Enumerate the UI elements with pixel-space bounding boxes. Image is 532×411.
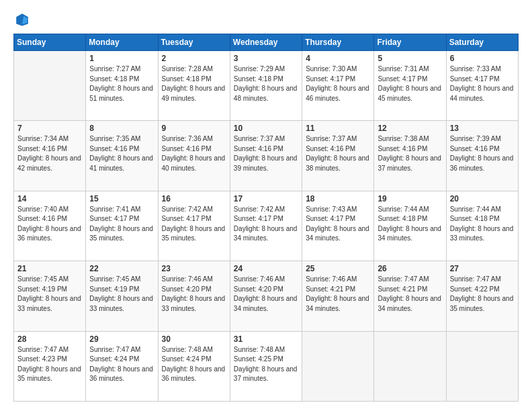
weekday-header-thursday: Thursday: [302, 34, 374, 51]
calendar-cell: 20 Sunrise: 7:44 AMSunset: 4:18 PMDaylig…: [446, 191, 518, 261]
cell-info: Sunrise: 7:36 AMSunset: 4:16 PMDaylight:…: [162, 135, 226, 172]
calendar-cell: 24 Sunrise: 7:46 AMSunset: 4:20 PMDaylig…: [230, 261, 302, 331]
day-number: 24: [234, 264, 298, 273]
cell-info: Sunrise: 7:30 AMSunset: 4:17 PMDaylight:…: [306, 65, 369, 102]
cell-info: Sunrise: 7:28 AMSunset: 4:18 PMDaylight:…: [162, 65, 226, 102]
page: SundayMondayTuesdayWednesdayThursdayFrid…: [0, 0, 532, 411]
calendar-cell: 13 Sunrise: 7:39 AMSunset: 4:16 PMDaylig…: [446, 121, 518, 191]
week-row-1: 1 Sunrise: 7:27 AMSunset: 4:18 PMDayligh…: [14, 51, 519, 121]
calendar-cell: 1 Sunrise: 7:27 AMSunset: 4:18 PMDayligh…: [86, 51, 158, 121]
day-number: 27: [450, 264, 515, 273]
calendar-cell: 18 Sunrise: 7:43 AMSunset: 4:17 PMDaylig…: [302, 191, 374, 261]
day-number: 17: [234, 194, 298, 203]
day-number: 19: [378, 194, 442, 203]
cell-info: Sunrise: 7:44 AMSunset: 4:18 PMDaylight:…: [450, 205, 514, 242]
calendar-cell: 8 Sunrise: 7:35 AMSunset: 4:16 PMDayligh…: [86, 121, 158, 191]
cell-info: Sunrise: 7:46 AMSunset: 4:21 PMDaylight:…: [306, 275, 369, 312]
calendar-cell: 27 Sunrise: 7:47 AMSunset: 4:22 PMDaylig…: [446, 261, 518, 331]
day-number: 2: [162, 54, 226, 63]
calendar-cell: 26 Sunrise: 7:47 AMSunset: 4:21 PMDaylig…: [374, 261, 446, 331]
day-number: 12: [378, 124, 442, 133]
day-number: 3: [234, 54, 298, 63]
calendar-cell: 7 Sunrise: 7:34 AMSunset: 4:16 PMDayligh…: [14, 121, 86, 191]
cell-info: Sunrise: 7:43 AMSunset: 4:17 PMDaylight:…: [306, 205, 369, 242]
cell-info: Sunrise: 7:42 AMSunset: 4:17 PMDaylight:…: [234, 205, 298, 242]
cell-info: Sunrise: 7:45 AMSunset: 4:19 PMDaylight:…: [89, 275, 153, 312]
day-number: 11: [306, 124, 370, 133]
cell-info: Sunrise: 7:47 AMSunset: 4:24 PMDaylight:…: [89, 346, 153, 383]
header: [13, 12, 519, 27]
day-number: 15: [89, 194, 154, 203]
calendar-cell: 4 Sunrise: 7:30 AMSunset: 4:17 PMDayligh…: [302, 51, 374, 121]
calendar-cell: [374, 331, 446, 401]
day-number: 23: [162, 264, 226, 273]
weekday-header-sunday: Sunday: [14, 34, 86, 51]
day-number: 10: [234, 124, 298, 133]
cell-info: Sunrise: 7:48 AMSunset: 4:25 PMDaylight:…: [234, 346, 298, 383]
day-number: 31: [234, 334, 298, 344]
cell-info: Sunrise: 7:27 AMSunset: 4:18 PMDaylight:…: [89, 65, 153, 102]
cell-info: Sunrise: 7:47 AMSunset: 4:21 PMDaylight:…: [378, 275, 441, 312]
calendar-cell: 31 Sunrise: 7:48 AMSunset: 4:25 PMDaylig…: [230, 331, 302, 401]
calendar-cell: [446, 331, 518, 401]
calendar-table: SundayMondayTuesdayWednesdayThursdayFrid…: [13, 34, 519, 402]
logo: [13, 12, 31, 27]
day-number: 29: [89, 334, 154, 344]
logo-icon: [15, 12, 30, 27]
weekday-header-saturday: Saturday: [446, 34, 518, 51]
day-number: 28: [17, 334, 82, 344]
weekday-header-monday: Monday: [86, 34, 158, 51]
calendar-cell: 14 Sunrise: 7:40 AMSunset: 4:16 PMDaylig…: [14, 191, 86, 261]
calendar-cell: 19 Sunrise: 7:44 AMSunset: 4:18 PMDaylig…: [374, 191, 446, 261]
cell-info: Sunrise: 7:40 AMSunset: 4:16 PMDaylight:…: [17, 205, 81, 242]
day-number: 6: [450, 54, 515, 63]
cell-info: Sunrise: 7:45 AMSunset: 4:19 PMDaylight:…: [17, 275, 81, 312]
cell-info: Sunrise: 7:42 AMSunset: 4:17 PMDaylight:…: [162, 205, 226, 242]
day-number: 4: [306, 54, 370, 63]
day-number: 18: [306, 194, 370, 203]
week-row-4: 21 Sunrise: 7:45 AMSunset: 4:19 PMDaylig…: [14, 261, 519, 331]
cell-info: Sunrise: 7:47 AMSunset: 4:23 PMDaylight:…: [17, 346, 81, 383]
weekday-header-friday: Friday: [374, 34, 446, 51]
day-number: 13: [450, 124, 515, 133]
weekday-header-wednesday: Wednesday: [230, 34, 302, 51]
cell-info: Sunrise: 7:41 AMSunset: 4:17 PMDaylight:…: [89, 205, 153, 242]
cell-info: Sunrise: 7:48 AMSunset: 4:24 PMDaylight:…: [162, 346, 226, 383]
calendar-cell: [14, 51, 86, 121]
calendar-cell: 9 Sunrise: 7:36 AMSunset: 4:16 PMDayligh…: [158, 121, 230, 191]
calendar-cell: 15 Sunrise: 7:41 AMSunset: 4:17 PMDaylig…: [86, 191, 158, 261]
cell-info: Sunrise: 7:31 AMSunset: 4:17 PMDaylight:…: [378, 65, 441, 102]
cell-info: Sunrise: 7:33 AMSunset: 4:17 PMDaylight:…: [450, 65, 514, 102]
cell-info: Sunrise: 7:35 AMSunset: 4:16 PMDaylight:…: [89, 135, 153, 172]
cell-info: Sunrise: 7:44 AMSunset: 4:18 PMDaylight:…: [378, 205, 441, 242]
weekday-header-row: SundayMondayTuesdayWednesdayThursdayFrid…: [14, 34, 519, 51]
calendar-cell: 16 Sunrise: 7:42 AMSunset: 4:17 PMDaylig…: [158, 191, 230, 261]
day-number: 26: [378, 264, 442, 273]
day-number: 8: [89, 124, 154, 133]
day-number: 16: [162, 194, 226, 203]
calendar-cell: 28 Sunrise: 7:47 AMSunset: 4:23 PMDaylig…: [14, 331, 86, 401]
calendar-cell: 11 Sunrise: 7:37 AMSunset: 4:16 PMDaylig…: [302, 121, 374, 191]
cell-info: Sunrise: 7:29 AMSunset: 4:18 PMDaylight:…: [234, 65, 298, 102]
calendar-cell: 5 Sunrise: 7:31 AMSunset: 4:17 PMDayligh…: [374, 51, 446, 121]
weekday-header-tuesday: Tuesday: [158, 34, 230, 51]
cell-info: Sunrise: 7:34 AMSunset: 4:16 PMDaylight:…: [17, 135, 81, 172]
day-number: 7: [17, 124, 82, 133]
day-number: 5: [378, 54, 442, 63]
calendar-cell: 6 Sunrise: 7:33 AMSunset: 4:17 PMDayligh…: [446, 51, 518, 121]
calendar-cell: 30 Sunrise: 7:48 AMSunset: 4:24 PMDaylig…: [158, 331, 230, 401]
day-number: 21: [17, 264, 82, 273]
calendar-cell: 3 Sunrise: 7:29 AMSunset: 4:18 PMDayligh…: [230, 51, 302, 121]
day-number: 30: [162, 334, 226, 344]
calendar-cell: 12 Sunrise: 7:38 AMSunset: 4:16 PMDaylig…: [374, 121, 446, 191]
cell-info: Sunrise: 7:37 AMSunset: 4:16 PMDaylight:…: [306, 135, 369, 172]
week-row-2: 7 Sunrise: 7:34 AMSunset: 4:16 PMDayligh…: [14, 121, 519, 191]
cell-info: Sunrise: 7:37 AMSunset: 4:16 PMDaylight:…: [234, 135, 298, 172]
calendar-cell: 29 Sunrise: 7:47 AMSunset: 4:24 PMDaylig…: [86, 331, 158, 401]
calendar-cell: 22 Sunrise: 7:45 AMSunset: 4:19 PMDaylig…: [86, 261, 158, 331]
cell-info: Sunrise: 7:39 AMSunset: 4:16 PMDaylight:…: [450, 135, 514, 172]
day-number: 22: [89, 264, 154, 273]
cell-info: Sunrise: 7:47 AMSunset: 4:22 PMDaylight:…: [450, 275, 514, 312]
day-number: 14: [17, 194, 82, 203]
calendar-cell: 23 Sunrise: 7:46 AMSunset: 4:20 PMDaylig…: [158, 261, 230, 331]
